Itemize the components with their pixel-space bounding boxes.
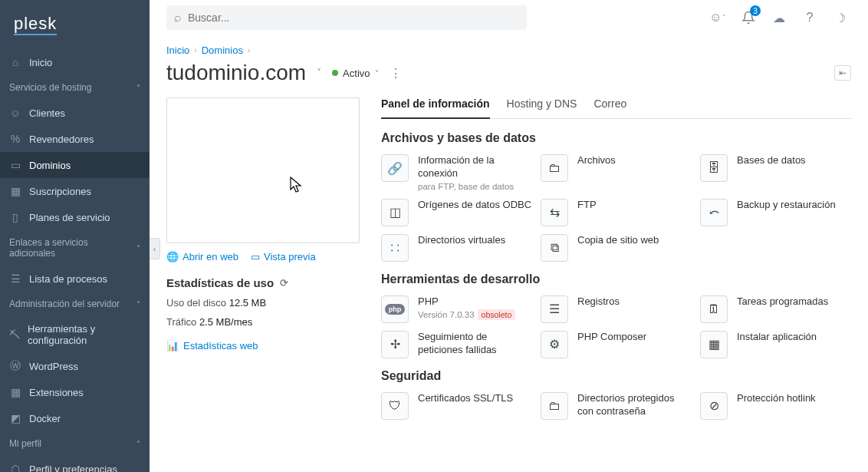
wordpress-icon: ⓦ [9, 360, 21, 372]
nav-section-profile[interactable]: Mi perfil˄ [0, 431, 150, 456]
card-connection-info[interactable]: 🔗Información de la conexiónpara FTP, bas… [381, 154, 533, 191]
breadcrumb-domains[interactable]: Dominios [202, 45, 243, 56]
card-ssl[interactable]: 🛡Certificados SSL/TLS [381, 392, 533, 420]
card-php[interactable]: phpPHPVersión 7.0.33obsoleto [381, 295, 533, 323]
preview-link[interactable]: ▭Vista previa [251, 251, 316, 262]
section-files-db: Archivos y bases de datos [381, 131, 852, 145]
book-icon: ▯ [9, 211, 21, 223]
tree-icon: ⸬ [381, 234, 409, 262]
nav-label: Suscripciones [29, 186, 91, 197]
theme-icon[interactable]: ☽ [830, 7, 851, 28]
nav-docker[interactable]: ◩Docker [0, 405, 150, 431]
card-composer[interactable]: ⚙PHP Composer [541, 331, 692, 358]
more-actions[interactable]: ⋮ [390, 66, 402, 81]
card-databases[interactable]: 🗄Bases de datos [700, 154, 852, 191]
tab-hosting-dns[interactable]: Hosting y DNS [507, 97, 577, 118]
php-icon: php [381, 295, 409, 323]
search-box[interactable]: ⌕ [166, 5, 527, 30]
usage-stats-heading: Estadísticas de uso ⟳ [166, 276, 360, 289]
breadcrumb-home[interactable]: Inicio [166, 45, 189, 56]
nav-section-server[interactable]: Administración del servidor˄ [0, 292, 150, 316]
tabs: Panel de información Hosting y DNS Corre… [381, 97, 852, 119]
main: ⌕ ☺ ˅ 3 ☁ ? ☽ Inicio › Dominios › tudomi… [150, 0, 868, 472]
chevron-up-icon: ˄ [136, 300, 140, 309]
nav-home[interactable]: ⌂Inicio [0, 49, 150, 75]
overview-column: 🌐Abrir en web ▭Vista previa Estadísticas… [166, 97, 360, 427]
list-icon: ☰ [9, 272, 21, 285]
nav-service-plans[interactable]: ▯Planes de servicio [0, 204, 150, 230]
copy-icon: ⧉ [541, 234, 568, 262]
nav-tools-settings[interactable]: ⛏Herramientas y configuración [0, 316, 150, 353]
nav-section-additional[interactable]: Enlaces a servicios adicionales˄ [0, 230, 150, 266]
card-site-copy[interactable]: ⧉Copia de sitio web [541, 234, 692, 262]
chevron-up-icon: ˄ [136, 244, 140, 253]
section-security: Seguridad [381, 369, 852, 383]
card-failed-requests[interactable]: ✢Seguimiento de peticiones fallidas [381, 331, 533, 358]
card-files[interactable]: 🗀Archivos [541, 154, 692, 191]
grid-icon: ▦ [9, 185, 21, 197]
tab-info[interactable]: Panel de información [381, 97, 490, 119]
logo: plesk [0, 0, 150, 49]
calendar-icon: 🗓 [700, 295, 728, 323]
status-selector[interactable]: Activo ˅ [332, 68, 378, 79]
card-logs[interactable]: ☰Registros [541, 295, 692, 323]
refresh-icon[interactable]: ⟳ [280, 277, 288, 289]
nav-domains[interactable]: ▭Dominios [0, 152, 150, 178]
nav-profile-prefs[interactable]: ☖Perfil y preferencias [0, 456, 150, 472]
id-icon: ☖ [9, 463, 21, 472]
nav-label: Dominios [29, 160, 71, 171]
nav-section-hosting[interactable]: Servicios de hosting˄ [0, 75, 150, 100]
cloud-icon[interactable]: ☁ [768, 7, 790, 28]
nav-label: Planes de servicio [29, 212, 110, 223]
docker-icon: ◩ [9, 412, 21, 424]
backup-icon: ⤺ [700, 199, 728, 226]
card-virtual-dirs[interactable]: ⸬Directorios virtuales [381, 234, 533, 262]
user-menu[interactable]: ☺ ˅ [707, 7, 728, 28]
domain-dropdown[interactable]: ˅ [317, 68, 321, 78]
card-odbc[interactable]: ◫Orígenes de datos ODBC [381, 199, 533, 226]
breadcrumb: Inicio › Dominios › [166, 45, 851, 56]
nav-extensions[interactable]: ▦Extensiones [0, 379, 150, 405]
nav-clients[interactable]: ☺Clientes [0, 100, 150, 126]
nav-resellers[interactable]: %Revendedores [0, 126, 150, 152]
nav-label: Herramientas y configuración [28, 323, 140, 346]
composer-icon: ⚙ [541, 331, 568, 358]
open-in-web-link[interactable]: 🌐Abrir en web [166, 251, 238, 262]
content: Inicio › Dominios › tudominio.com ˅ Acti… [150, 35, 868, 472]
sidebar-collapse-handle[interactable]: ‹ [150, 238, 160, 259]
notifications-icon[interactable]: 3 [738, 7, 759, 28]
card-backup[interactable]: ⤺Backup y restauración [700, 199, 852, 226]
lock-folder-icon: 🗀 [541, 392, 568, 420]
web-stats-link[interactable]: 📊Estadísticas web [166, 340, 258, 352]
nav-wordpress[interactable]: ⓦWordPress [0, 353, 150, 379]
search-icon: ⌕ [174, 11, 182, 25]
card-protected-dirs[interactable]: 🗀Directorios protegidos con contraseña [541, 392, 692, 420]
nav-label: Inicio [29, 57, 52, 68]
toggle-panel-icon[interactable]: ⇤ [834, 65, 851, 81]
link-icon: 🔗 [381, 154, 409, 182]
section-dev-tools: Herramientas de desarrollo [381, 272, 852, 286]
tab-mail[interactable]: Correo [593, 97, 626, 118]
main-panel: Panel de información Hosting y DNS Corre… [381, 97, 852, 427]
card-scheduled-tasks[interactable]: 🗓Tareas programadas [700, 295, 852, 323]
chevron-down-icon: ˅ [375, 69, 379, 78]
card-hotlink[interactable]: ⊘Protección hotlink [700, 392, 852, 420]
card-install-app[interactable]: ▦Instalar aplicación [700, 331, 852, 358]
apps-icon: ▦ [700, 331, 728, 358]
nav-process-list[interactable]: ☰Lista de procesos [0, 266, 150, 292]
topbar: ⌕ ☺ ˅ 3 ☁ ? ☽ [150, 0, 868, 35]
status-label: Activo [343, 68, 370, 79]
puzzle-icon: ▦ [9, 386, 21, 398]
status-dot-icon [332, 70, 338, 76]
nav-label: Lista de procesos [29, 273, 107, 285]
shield-icon: 🛡 [381, 392, 409, 420]
nav-subscriptions[interactable]: ▦Suscripciones [0, 178, 150, 204]
list-icon: ☰ [541, 295, 568, 323]
search-input[interactable] [188, 12, 519, 24]
help-icon[interactable]: ? [799, 7, 820, 28]
page-title: tudominio.com [166, 61, 306, 85]
site-preview[interactable] [166, 97, 360, 243]
nav-label: WordPress [29, 361, 78, 372]
card-ftp[interactable]: ⇆FTP [541, 199, 692, 226]
obsolete-badge: obsoleto [478, 309, 516, 320]
